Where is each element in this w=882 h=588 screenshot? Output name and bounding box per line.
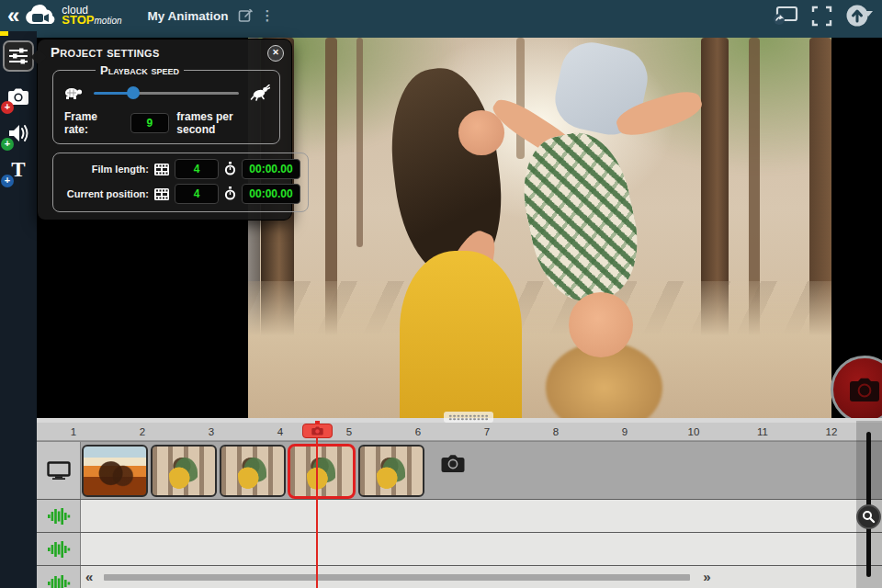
frame-rate-label: Frame rate: — [64, 110, 123, 136]
ruler-number: 9 — [591, 423, 660, 440]
tool-sidebar: + + T + — [0, 31, 37, 588]
film-length-frames-input[interactable]: 4 — [175, 159, 219, 179]
add-badge: + — [1, 138, 14, 151]
upload-caret-icon[interactable] — [864, 11, 873, 17]
dialog-title: Project settings — [38, 40, 291, 62]
video-track — [37, 441, 882, 499]
menu-indicator — [0, 31, 8, 36]
film-length-time[interactable]: 00:00.00 — [242, 159, 300, 179]
present-screen-icon[interactable] — [773, 5, 798, 27]
waveform-icon — [47, 507, 71, 526]
sliders-icon — [8, 47, 28, 65]
stopwatch-icon — [224, 162, 236, 176]
scrollbar-thumb[interactable] — [104, 574, 690, 581]
film-info-group: Film length: 4 00:00.00 Current position… — [52, 153, 309, 212]
frame-rate-input[interactable]: 9 — [130, 113, 170, 133]
stopwatch-icon — [224, 187, 236, 201]
playback-speed-slider[interactable] — [94, 92, 239, 95]
camera-icon — [311, 426, 323, 435]
timeline-scrollbar[interactable]: « » — [81, 566, 882, 588]
fullscreen-icon[interactable] — [811, 6, 832, 27]
monitor-icon — [47, 461, 71, 480]
ruler-number: 11 — [729, 423, 797, 440]
upload-menu[interactable] — [845, 4, 873, 28]
sidebar-item-project-settings[interactable] — [3, 40, 34, 72]
frame-thumbnail-3[interactable] — [220, 445, 286, 497]
ruler-number: 3 — [177, 423, 246, 440]
current-position-label: Current position: — [61, 188, 149, 199]
video-track-header[interactable] — [37, 442, 81, 499]
scroll-right-icon[interactable]: » — [703, 572, 710, 582]
slider-thumb[interactable] — [127, 86, 140, 99]
logo-text-motion: motion — [95, 16, 122, 26]
timeline-resize-handle[interactable] — [444, 412, 493, 423]
waveform-icon — [47, 574, 71, 588]
project-settings-dialog: Project settings ✕ Playback speed — [37, 39, 292, 220]
frame-thumbnail-4-selected[interactable] — [288, 444, 356, 499]
zoom-slider-knob[interactable] — [856, 504, 881, 529]
audio-track-2 — [37, 532, 882, 565]
audio-track-1-lane[interactable] — [81, 500, 882, 532]
ruler-number: 7 — [453, 423, 522, 440]
add-badge: + — [1, 175, 14, 187]
ruler-number: 1 — [40, 423, 108, 440]
sidebar-item-audio[interactable]: + — [3, 118, 34, 149]
top-bar: « cloud STOPmotion My Animation ⋮ — [0, 0, 882, 31]
frame-rate-units: frames per second — [176, 110, 272, 136]
frame-thumbnail-2[interactable] — [151, 445, 217, 497]
playhead-line — [316, 436, 318, 588]
rabbit-icon — [250, 85, 270, 101]
current-position-time[interactable]: 00:00.00 — [242, 184, 300, 204]
capture-position-icon — [441, 454, 465, 473]
sidebar-item-text[interactable]: T + — [3, 154, 34, 186]
timeline-ruler[interactable]: 1 2 3 4 5 6 7 8 9 10 11 12 — [37, 423, 882, 441]
logo-text-stop: STOP — [62, 13, 94, 27]
audio-track-3-header[interactable] — [37, 566, 81, 588]
video-track-lane[interactable] — [81, 442, 882, 499]
add-badge: + — [1, 101, 14, 114]
project-title: My Animation — [148, 9, 229, 23]
current-position-frames-input[interactable]: 4 — [175, 184, 219, 204]
audio-track-1-header[interactable] — [37, 500, 81, 532]
audio-track-2-lane[interactable] — [81, 533, 882, 565]
collapse-sidebar-button[interactable]: « — [7, 2, 17, 29]
waveform-icon — [47, 540, 71, 559]
rename-project-icon[interactable] — [238, 8, 254, 24]
audio-track-3: « » — [37, 565, 882, 588]
app-logo: cloud STOPmotion — [23, 4, 121, 28]
ruler-number: 8 — [522, 423, 591, 440]
scroll-left-icon[interactable]: « — [85, 572, 93, 582]
magnifier-icon — [862, 510, 876, 524]
preview-photo — [248, 38, 831, 418]
frame-thumbnail-5[interactable] — [358, 445, 424, 497]
project-menu-button[interactable]: ⋮ — [261, 7, 275, 24]
playback-speed-group: Playback speed — [52, 63, 280, 144]
film-strip-icon — [154, 188, 169, 200]
cloud-camera-logo-icon — [23, 4, 60, 28]
capture-frame-button[interactable] — [831, 356, 882, 418]
playhead-marker[interactable] — [302, 424, 333, 438]
film-length-label: Film length: — [61, 164, 149, 175]
ruler-number: 6 — [384, 423, 453, 440]
sidebar-item-capture[interactable]: + — [3, 81, 34, 112]
ruler-number: 2 — [108, 423, 177, 440]
turtle-icon — [62, 85, 83, 100]
close-icon[interactable]: ✕ — [267, 45, 284, 62]
stage-top-border — [37, 31, 882, 38]
frame-thumbnail-1[interactable] — [82, 445, 148, 497]
camera-icon — [849, 378, 880, 402]
audio-track-2-header[interactable] — [37, 533, 81, 565]
film-strip-icon — [154, 164, 169, 175]
timeline: 1 2 3 4 5 6 7 8 9 10 11 12 — [37, 418, 882, 588]
audio-track-1 — [37, 499, 882, 532]
playback-speed-legend: Playback speed — [96, 63, 184, 77]
ruler-number: 10 — [660, 423, 729, 440]
